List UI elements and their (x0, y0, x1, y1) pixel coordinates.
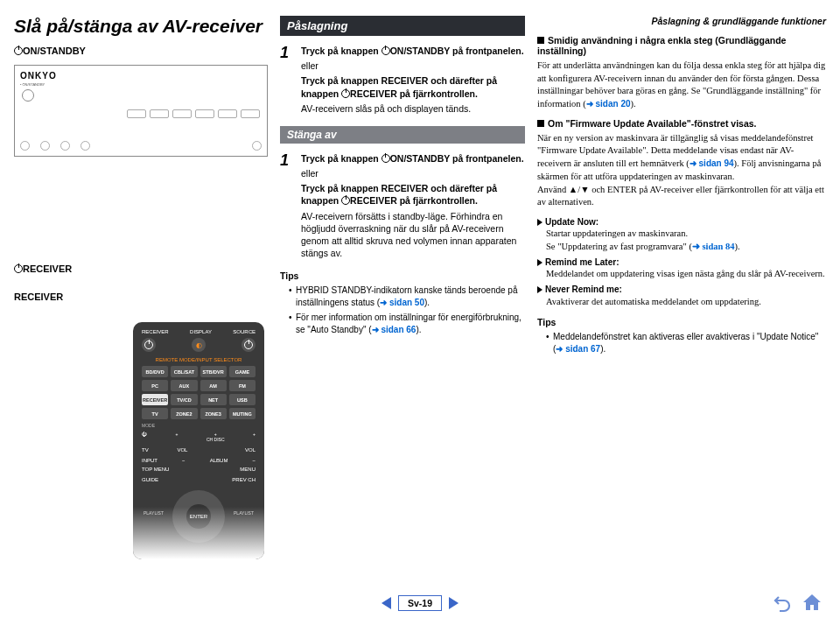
receiver-front-panel: ONKYO • ON/STANDBY (14, 65, 268, 157)
remote-control-illustration: RECEIVER DISPLAY SOURCE ◐ REMOTE MODE/IN… (133, 322, 264, 559)
step-number: 1 (280, 45, 294, 117)
step-power-on: 1 Tryck på knappen ON/STANDBY på frontpa… (280, 45, 525, 117)
option-never-remind: Never Remind me: Avaktiverar det automat… (537, 284, 826, 308)
page-link[interactable]: sidan 50 (389, 298, 424, 307)
page-title: Slå på/stänga av AV-receiver (14, 16, 268, 37)
middle-column: Påslagning 1 Tryck på knappen ON/STANDBY… (280, 16, 525, 358)
bullet-heading: Smidig användning i några enkla steg (Gr… (537, 35, 826, 56)
power-icon (14, 264, 23, 273)
option-update-now: Update Now: Startar uppdateringen av mas… (537, 216, 826, 253)
power-icon (382, 154, 390, 163)
power-icon (341, 196, 350, 205)
section-power-off: Stänga av (280, 126, 525, 144)
page-link[interactable]: sidan 84 (703, 242, 735, 251)
page-link[interactable]: sidan 67 (565, 344, 600, 354)
brand-logo: ONKYO (20, 71, 57, 81)
power-icon (14, 46, 23, 55)
remote-receiver-power-icon (142, 338, 156, 352)
remote-source-power-icon (242, 338, 256, 352)
chapter-heading: Påslagning & grundläggande funktioner (537, 16, 826, 26)
next-page-icon[interactable] (449, 597, 458, 609)
remote-display-icon: ◐ (192, 338, 206, 352)
on-standby-label: ON/STANDBY (14, 46, 268, 56)
tips-heading: Tips (537, 317, 826, 327)
remote-input-grid: BD/DVD CBL/SAT STB/DVR GAME PC AUX AM FM… (142, 366, 256, 419)
page-number: Sv-19 (398, 595, 442, 611)
page-footer: Sv-19 (0, 595, 840, 611)
tips-heading: Tips (280, 270, 525, 281)
page-link[interactable]: sidan 66 (381, 325, 416, 334)
step-power-off: 1 Tryck på knappen ON/STANDBY på frontpa… (280, 152, 525, 262)
receiver-power-label: RECEIVER (14, 263, 268, 274)
tips-list: HYBRID STANDBY-indikatorn kanske tänds b… (280, 284, 525, 336)
bullet-heading: Om "Firmware Update Available"-fönstret … (537, 118, 826, 129)
receiver-label: RECEIVER (14, 291, 268, 302)
home-icon[interactable] (802, 592, 822, 613)
right-column: Påslagning & grundläggande funktioner Sm… (537, 16, 826, 358)
power-icon (341, 89, 350, 98)
undo-icon[interactable] (772, 592, 793, 613)
page-link[interactable]: sidan 94 (699, 158, 734, 168)
panel-power-button-icon (22, 89, 34, 102)
prev-page-icon[interactable] (382, 597, 391, 609)
option-remind-later: Remind me Later: Meddelandet om uppdater… (537, 256, 826, 281)
power-icon (382, 46, 390, 55)
remote-mode-label: REMOTE MODE/INPUT SELECTOR (142, 357, 256, 362)
page-link[interactable]: sidan 20 (595, 99, 630, 109)
step-number: 1 (280, 152, 294, 262)
tips-list-right: Meddelandefönstret kan aktiveras eller a… (537, 331, 826, 355)
section-power-on: Påslagning (280, 16, 525, 36)
left-column: Slå på/stänga av AV-receiver ON/STANDBY … (14, 16, 268, 358)
